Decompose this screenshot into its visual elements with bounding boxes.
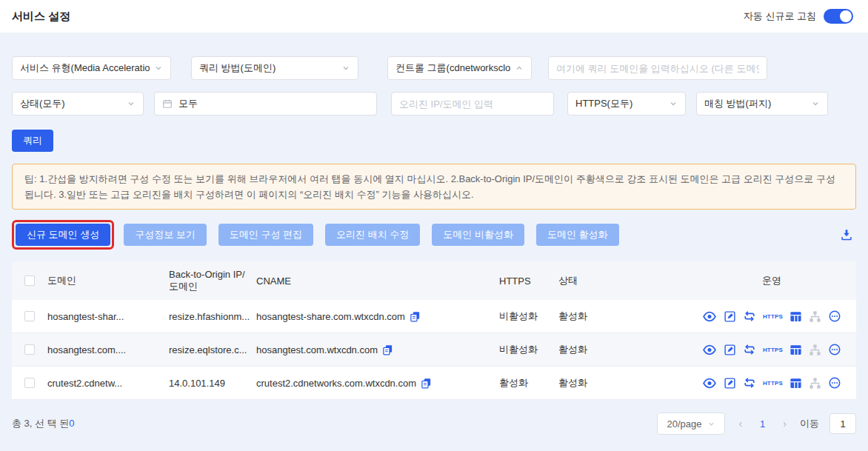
https-icon[interactable]: HTTPS	[763, 313, 783, 320]
table-row: hosangtest-shar... resize.hfashionm... h…	[12, 300, 856, 333]
sync-icon[interactable]	[743, 310, 756, 322]
next-page-button[interactable]: ›	[780, 418, 789, 430]
origin-cell: resize.hfashionm...	[169, 311, 256, 322]
status-select[interactable]: 상태(모두)	[12, 92, 144, 116]
copy-icon[interactable]	[410, 311, 421, 322]
filter-row-2: 상태(모두) 모두 HTTPS(모두) 매칭 방법(퍼지)	[12, 92, 856, 116]
row-checkbox[interactable]	[24, 344, 35, 355]
total-selected-text: 총 3, 선 택 된0	[12, 417, 75, 430]
page-title: 서비스 설정	[12, 10, 70, 24]
cname-cell: hosangtest-share.com.wtxcdn.com	[256, 311, 405, 322]
query-domain-input[interactable]	[548, 56, 767, 80]
page-size-select[interactable]: 20/page	[657, 412, 725, 435]
status-value: 상태(모두)	[20, 97, 122, 110]
config-table-icon[interactable]	[789, 310, 802, 323]
header-domain: 도메인	[47, 274, 169, 287]
edit-icon[interactable]	[724, 344, 736, 356]
service-type-value: 서비스 유형(Media Acceleratio...	[20, 61, 150, 75]
header-origin: Back-to-Origin IP/도메인	[169, 269, 256, 293]
https-icon[interactable]: HTTPS	[763, 347, 783, 353]
sync-icon[interactable]	[743, 377, 756, 389]
cname-cell: crutest2.cdnetworks.com.wtxcdn.com	[256, 378, 416, 389]
auto-refresh-label: 자동 신규로 고침	[744, 10, 816, 23]
match-method-select[interactable]: 매칭 방법(퍼지)	[696, 92, 828, 116]
more-icon[interactable]	[828, 376, 841, 390]
sitemap-icon[interactable]	[809, 377, 821, 390]
query-button[interactable]: 쿼리	[12, 130, 53, 152]
sitemap-icon[interactable]	[809, 344, 821, 356]
status-cell: 활성화	[558, 310, 687, 323]
copy-icon[interactable]	[382, 344, 393, 355]
modify-origin-button[interactable]: 오리진 배치 수정	[325, 224, 420, 246]
select-all-checkbox[interactable]	[24, 275, 35, 286]
edit-icon[interactable]	[724, 377, 736, 390]
disable-domain-button[interactable]: 도메인 비활성화	[432, 224, 524, 246]
https-select[interactable]: HTTPS(모두)	[567, 92, 686, 116]
goto-page-input[interactable]	[829, 413, 856, 434]
current-page[interactable]: 1	[755, 418, 769, 430]
actions-row: 신규 도메인 생성 구성정보 보기 도메인 구성 편집 오리진 배치 수정 도메…	[12, 220, 856, 250]
row-checkbox[interactable]	[24, 311, 35, 321]
view-icon[interactable]	[702, 344, 717, 355]
download-icon[interactable]	[837, 228, 856, 241]
copy-icon[interactable]	[421, 378, 432, 389]
status-cell: 활성화	[558, 343, 687, 356]
table-row: hosangtest.com.... resize.eqlstore.c... …	[12, 333, 856, 367]
view-icon[interactable]	[702, 311, 717, 322]
more-icon[interactable]	[828, 343, 841, 356]
filter-row-1: 서비스 유형(Media Acceleratio... 쿼리 방법(도메인) 컨…	[12, 56, 856, 80]
domains-table: 도메인 Back-to-Origin IP/도메인 CNAME HTTPS 상태…	[12, 261, 856, 400]
domain-cell: hosangtest.com....	[47, 344, 169, 355]
main-panel: 서비스 유형(Media Acceleratio... 쿼리 방법(도메인) 컨…	[0, 33, 868, 451]
view-config-button[interactable]: 구성정보 보기	[124, 224, 207, 246]
row-checkbox[interactable]	[24, 378, 35, 388]
match-method-value: 매칭 방법(퍼지)	[704, 97, 807, 110]
control-group-select[interactable]: 컨트롤 그룹(cdnetworksclou...	[387, 56, 532, 80]
header-status: 상태	[558, 274, 687, 287]
goto-label: 이동	[800, 417, 819, 430]
header-cname: CNAME	[256, 275, 499, 287]
pagination: 20/page ‹ 1 › 이동	[657, 412, 856, 435]
create-domain-highlight: 신규 도메인 생성	[12, 220, 114, 250]
https-cell: 비활성화	[499, 310, 558, 323]
table-row: crutest2.cdnetw... 14.0.101.149 crutest2…	[12, 367, 856, 400]
https-cell: 비활성화	[499, 343, 558, 356]
edit-icon[interactable]	[724, 310, 736, 323]
auto-refresh-toggle[interactable]	[824, 9, 853, 24]
config-table-icon[interactable]	[789, 377, 802, 390]
edit-domain-config-button[interactable]: 도메인 구성 편집	[218, 224, 313, 246]
domain-cell: hosangtest-shar...	[47, 311, 169, 322]
auto-refresh-control: 자동 신규로 고침	[744, 9, 853, 24]
selected-count: 0	[69, 418, 74, 429]
query-method-value: 쿼리 방법(도메인)	[199, 61, 337, 75]
view-icon[interactable]	[702, 378, 717, 389]
more-icon[interactable]	[828, 310, 841, 323]
control-group-value: 컨트롤 그룹(cdnetworksclou...	[395, 61, 510, 75]
chevron-down-icon	[707, 420, 715, 428]
origin-input[interactable]	[391, 92, 554, 116]
service-type-select[interactable]: 서비스 유형(Media Acceleratio...	[12, 56, 171, 80]
origin-cell: 14.0.101.149	[169, 378, 256, 389]
prev-page-button[interactable]: ‹	[735, 418, 745, 430]
enable-domain-button[interactable]: 도메인 활성화	[536, 224, 619, 246]
https-cell: 활성화	[499, 376, 558, 390]
page-size-value: 20/page	[667, 418, 701, 430]
https-icon[interactable]: HTTPS	[763, 380, 783, 387]
domain-cell: crutest2.cdnetw...	[47, 378, 169, 389]
cname-cell: hosangtest.com.wtxcdn.com	[256, 344, 378, 355]
date-range-picker[interactable]: 모두	[154, 92, 377, 116]
chevron-down-icon	[154, 64, 163, 73]
calendar-icon	[162, 98, 173, 109]
query-method-select[interactable]: 쿼리 방법(도메인)	[191, 56, 358, 80]
sitemap-icon[interactable]	[809, 310, 821, 323]
date-range-value: 모두	[178, 97, 369, 110]
chevron-down-icon	[669, 99, 678, 108]
table-footer: 총 3, 선 택 된0 20/page ‹ 1 › 이동	[12, 412, 856, 435]
header-operation: 운영	[687, 274, 856, 287]
origin-field	[391, 92, 554, 116]
sync-icon[interactable]	[743, 344, 756, 355]
config-table-icon[interactable]	[789, 344, 802, 356]
create-domain-button[interactable]: 신규 도메인 생성	[16, 224, 110, 246]
chevron-down-icon	[811, 99, 820, 108]
origin-cell: resize.eqlstore.c...	[169, 344, 256, 355]
